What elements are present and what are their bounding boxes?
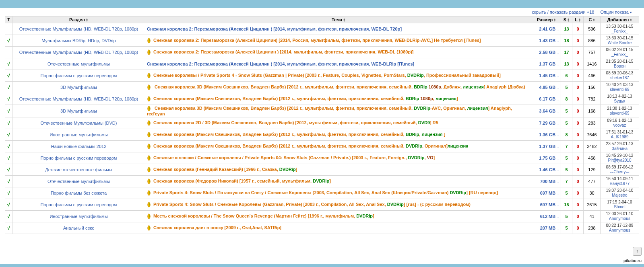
size-link[interactable]: 207 MB bbox=[540, 226, 556, 230]
uploader-link[interactable]: _Fenixx_ bbox=[602, 52, 637, 57]
download-arrow-icon[interactable]: ↓ bbox=[556, 226, 559, 230]
scroll-to-top-button[interactable]: ↑ bbox=[633, 247, 642, 256]
category-link[interactable]: 3D Мультфильмы bbox=[60, 85, 97, 90]
size-link[interactable]: 2.58 GB bbox=[539, 50, 555, 55]
download-arrow-icon[interactable]: ↓ bbox=[556, 168, 559, 172]
topic-cell[interactable]: Месть снежной королевы / The Snow Queen'… bbox=[145, 211, 532, 222]
size-link[interactable]: 2.41 GB bbox=[539, 27, 555, 31]
download-arrow-icon[interactable]: ↓ bbox=[556, 156, 559, 160]
download-arrow-icon[interactable]: ↓ bbox=[556, 27, 559, 31]
download-arrow-icon[interactable]: ↓ bbox=[556, 62, 559, 66]
category-link[interactable]: Отечественные мультфильмы bbox=[47, 62, 110, 66]
download-arrow-icon[interactable]: ↓ bbox=[556, 74, 559, 78]
col-seeders[interactable]: S▲▼ bbox=[561, 16, 572, 23]
col-section[interactable]: Раздел▲▼ bbox=[12, 16, 145, 23]
col-size[interactable]: Размер▲▼ bbox=[532, 16, 561, 23]
topic-cell[interactable]: Снежная королева 2: Перезаморозка (Алекс… bbox=[145, 23, 532, 35]
size-link[interactable]: 1.36 GB bbox=[539, 132, 555, 137]
uploader-link[interactable]: slaventi-69 bbox=[602, 87, 637, 92]
download-arrow-icon[interactable]: ↓ bbox=[556, 179, 559, 184]
category-link[interactable]: Порно фильмы с русским переводом bbox=[41, 202, 117, 207]
topic-cell[interactable]: Снежная королева (Федоров Николай) [1957… bbox=[145, 176, 532, 187]
download-arrow-icon[interactable]: ↓ bbox=[556, 39, 559, 43]
size-link[interactable]: 612 MB bbox=[540, 214, 556, 219]
topic-cell[interactable]: Снежные королевы / Private Sports 4 - Sn… bbox=[145, 70, 532, 82]
download-arrow-icon[interactable]: ↓ bbox=[556, 109, 559, 113]
uploader-link[interactable]: sheker187 bbox=[602, 76, 637, 80]
topic-cell[interactable]: Снежная королева 2: Перезаморозка (Алекс… bbox=[145, 58, 532, 70]
display-options-link[interactable]: Опции показа ▾ bbox=[600, 10, 632, 14]
size-link[interactable]: 3.64 GB bbox=[539, 109, 555, 113]
download-arrow-icon[interactable]: ↓ bbox=[556, 144, 559, 149]
size-link[interactable]: 697 MB bbox=[540, 191, 556, 195]
topic-cell[interactable]: Снежная королева дает в попку [2009 г., … bbox=[145, 222, 532, 234]
uploader-link[interactable]: Зайчина bbox=[602, 146, 637, 151]
topic-cell[interactable]: Снежная королева (Максим Свешников, Влад… bbox=[145, 93, 532, 105]
uploader-link[interactable]: Majestro bbox=[602, 193, 637, 198]
category-link[interactable]: Иностранные мультфильмы bbox=[50, 214, 107, 219]
uploader-link[interactable]: slaventi-69 bbox=[602, 111, 637, 116]
category-link[interactable]: Порно фильмы с русским переводом bbox=[41, 73, 117, 78]
topic-cell[interactable]: Снежная королева (Геннадий Казанский) [1… bbox=[145, 164, 532, 176]
size-link[interactable]: 7.29 GB bbox=[539, 121, 555, 125]
col-added[interactable]: Добавлен▲▼ bbox=[601, 16, 639, 23]
category-link[interactable]: Отечественные Мультфильмы (HD, WEB-DL 72… bbox=[19, 50, 138, 55]
category-link[interactable]: Порно фильмы с русским переводом bbox=[41, 156, 117, 160]
uploader-link[interactable]: ALIK1989 bbox=[602, 135, 637, 140]
size-link[interactable]: 1.46 GB bbox=[539, 167, 555, 172]
uploader-link[interactable]: -=Cherry=- bbox=[602, 170, 637, 175]
topic-cell[interactable]: Private Sports 4: Snow Sluts / Снежные К… bbox=[145, 199, 532, 211]
download-arrow-icon[interactable]: ↓ bbox=[556, 214, 559, 219]
col-leechers[interactable]: L▲▼ bbox=[572, 16, 584, 23]
download-arrow-icon[interactable]: ↓ bbox=[556, 191, 559, 195]
category-link[interactable]: Отечественные Мультфильмы (HD, WEB-DL 72… bbox=[19, 97, 138, 101]
uploader-link[interactable]: voovaz bbox=[602, 123, 637, 128]
category-link[interactable]: 3D Мультфильмы bbox=[60, 109, 97, 113]
uploader-link[interactable]: Anonymous bbox=[602, 216, 637, 221]
category-link[interactable]: Иностранные мультфильмы bbox=[50, 132, 107, 137]
topic-cell[interactable]: Снежная королева (Максим Свешников, Влад… bbox=[145, 129, 532, 141]
category-link[interactable]: Мультфильмы BDRip, HDrip, DVDrip bbox=[41, 38, 116, 43]
size-link[interactable]: 1.45 GB bbox=[539, 73, 555, 78]
size-link[interactable]: 4.85 GB bbox=[539, 85, 555, 90]
category-link[interactable]: Отечественные Мультфильмы (HD, WEB-DL 72… bbox=[19, 27, 138, 31]
uploader-link[interactable]: манук1977 bbox=[602, 181, 637, 186]
download-arrow-icon[interactable]: ↓ bbox=[556, 85, 559, 90]
category-link[interactable]: Отечественные мультфильмы bbox=[47, 179, 110, 184]
hide-show-link[interactable]: скрыть / показать раздачи +18 bbox=[532, 10, 594, 14]
uploader-link[interactable]: Sудья bbox=[602, 99, 637, 104]
uploader-link[interactable]: _Fenixx_ bbox=[602, 29, 637, 34]
size-link[interactable]: 1.37 GB bbox=[539, 62, 555, 66]
size-link[interactable]: 700 MB bbox=[540, 179, 556, 184]
topic-cell[interactable]: Private Sports 4: Snow Sluts / Потаскушк… bbox=[145, 187, 532, 199]
download-arrow-icon[interactable]: ↓ bbox=[556, 97, 559, 101]
uploader-link[interactable]: Pir@tya2010 bbox=[602, 158, 637, 163]
col-topic[interactable]: Тема▲▼ bbox=[145, 16, 532, 23]
col-t[interactable]: Т bbox=[5, 16, 12, 23]
category-link[interactable]: Порно фильмы без сюжета bbox=[51, 191, 107, 195]
size-link[interactable]: 697 MB bbox=[540, 202, 556, 207]
topic-cell[interactable]: Снежная королева 2: Перезаморозка (Алекс… bbox=[145, 35, 532, 47]
download-arrow-icon[interactable]: ↓ bbox=[556, 133, 559, 137]
uploader-link[interactable]: Anonymous bbox=[602, 228, 637, 233]
download-arrow-icon[interactable]: ↓ bbox=[556, 203, 559, 207]
topic-cell[interactable]: Снежная королева 2D / 3D (Максим Свешник… bbox=[145, 117, 532, 129]
topic-cell[interactable]: Снежная королева 3D (Максим Свешников, В… bbox=[145, 105, 532, 117]
uploader-link[interactable]: Shmel bbox=[602, 205, 637, 209]
category-link[interactable]: Детские отечественные фильмы bbox=[45, 167, 112, 172]
size-link[interactable]: 1.43 GB bbox=[539, 38, 555, 43]
category-link[interactable]: Отечественные Мультфильмы (DVD) bbox=[41, 121, 117, 125]
topic-cell[interactable]: Снежная королева (Максим Свешников, Влад… bbox=[145, 141, 532, 152]
uploader-link[interactable]: White Smoke bbox=[602, 41, 637, 45]
size-link[interactable]: 1.75 GB bbox=[539, 156, 555, 160]
topic-cell[interactable]: Снежная королева 3D (Максим Свешников, В… bbox=[145, 82, 532, 93]
topic-cell[interactable]: Снежная королева 2: Перезаморозка (Алекс… bbox=[145, 47, 532, 58]
category-link[interactable]: Анальный секс bbox=[63, 226, 94, 230]
category-link[interactable]: Наши новые фильмы 2012 bbox=[51, 144, 107, 149]
col-completed[interactable]: C▲▼ bbox=[584, 16, 601, 23]
topic-cell[interactable]: Снежные шлюшки / Снежные королевы / Priv… bbox=[145, 152, 532, 164]
download-arrow-icon[interactable]: ↓ bbox=[556, 121, 559, 125]
download-arrow-icon[interactable]: ↓ bbox=[556, 50, 559, 55]
size-link[interactable]: 6.17 GB bbox=[539, 97, 555, 101]
size-link[interactable]: 1.37 GB bbox=[539, 144, 555, 149]
